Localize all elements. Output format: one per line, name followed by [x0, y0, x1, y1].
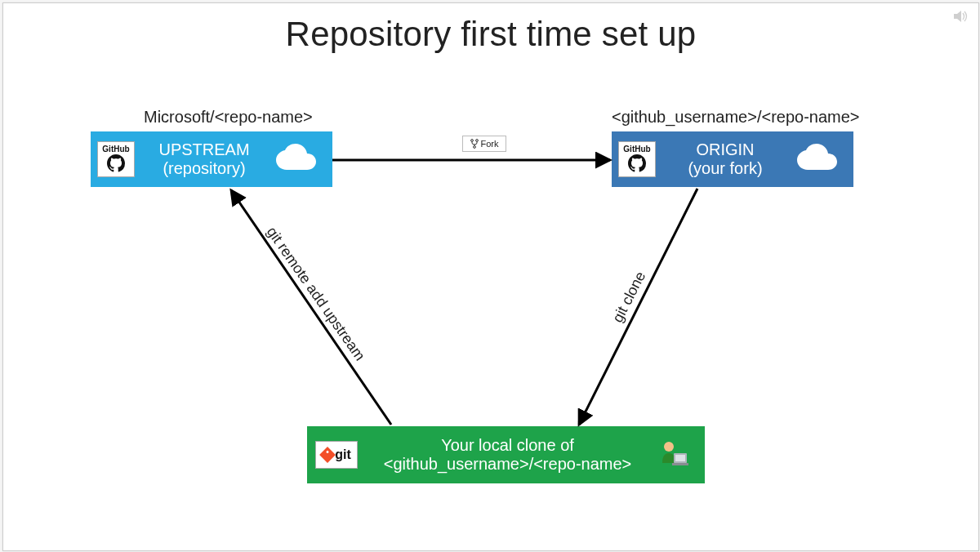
svg-point-4 — [470, 140, 473, 142]
local-line1: Your local clone of — [441, 436, 574, 454]
cloud-icon — [274, 142, 324, 176]
github-icon: GitHub — [618, 141, 656, 177]
cloud-icon — [795, 142, 845, 176]
slide-title: Repository first time set up — [3, 15, 978, 54]
git-badge-label: git — [335, 447, 351, 462]
local-box-text: Your local clone of <github_username>/<r… — [358, 436, 657, 474]
upstream-path-label: Microsoft/<repo-name> — [144, 108, 313, 127]
svg-rect-2 — [675, 455, 685, 461]
fork-button[interactable]: Fork — [462, 136, 506, 152]
label-remote-add: git remote add upstream — [263, 224, 368, 364]
upstream-box-text: UPSTREAM (repository) — [135, 140, 274, 178]
upstream-title: UPSTREAM — [158, 140, 249, 158]
fork-button-label: Fork — [481, 139, 499, 149]
slide: Repository first time set up Microsoft/<… — [2, 2, 979, 551]
origin-subtitle: (your fork) — [688, 159, 762, 177]
svg-point-0 — [664, 442, 674, 452]
origin-repo-box: GitHub ORIGIN (your fork) — [612, 131, 853, 187]
origin-path-label: <github_username>/<repo-name> — [612, 108, 860, 127]
user-computer-icon — [657, 438, 690, 471]
github-icon: GitHub — [97, 141, 135, 177]
github-badge-label: GitHub — [102, 145, 129, 154]
github-badge-label: GitHub — [623, 145, 650, 154]
git-icon: git — [315, 441, 358, 469]
fork-icon — [470, 139, 479, 149]
svg-rect-3 — [672, 463, 688, 465]
svg-point-6 — [473, 146, 475, 149]
local-clone-box: git Your local clone of <github_username… — [307, 426, 705, 483]
origin-title: ORIGIN — [696, 140, 754, 158]
local-line2: <github_username>/<repo-name> — [384, 455, 632, 473]
label-clone: git clone — [609, 269, 649, 325]
arrow-clone — [579, 189, 697, 425]
upstream-repo-box: GitHub UPSTREAM (repository) — [91, 131, 332, 187]
arrow-remote-add — [231, 190, 391, 425]
origin-box-text: ORIGIN (your fork) — [656, 140, 795, 178]
upstream-subtitle: (repository) — [163, 159, 245, 177]
svg-point-5 — [475, 140, 478, 142]
